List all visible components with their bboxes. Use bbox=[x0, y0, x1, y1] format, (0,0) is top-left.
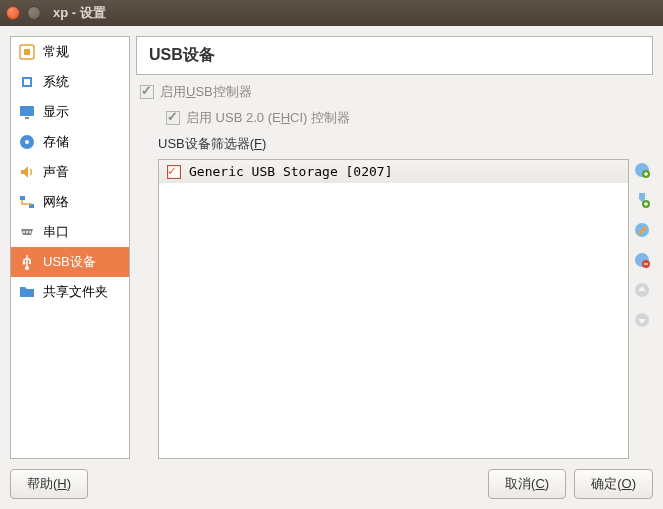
sidebar-item-label: USB设备 bbox=[43, 253, 96, 271]
help-button[interactable]: 帮助(H) bbox=[10, 469, 88, 499]
svg-rect-8 bbox=[20, 196, 25, 200]
sidebar-item-label: 共享文件夹 bbox=[43, 283, 108, 301]
filter-label: USB设备筛选器(F) bbox=[136, 135, 653, 153]
enable-usb20-row: 启用 USB 2.0 (EHCI) 控制器 bbox=[136, 109, 653, 127]
footer: 帮助(H) 取消(C) 确定(O) bbox=[10, 459, 653, 499]
monitor-icon bbox=[19, 104, 35, 120]
sidebar-item-label: 常规 bbox=[43, 43, 69, 61]
sidebar-item-general[interactable]: 常规 bbox=[11, 37, 129, 67]
window-body: 常规 系统 显示 存储 声音 网络 bbox=[0, 26, 663, 509]
filter-item[interactable]: Generic USB Storage [0207] bbox=[159, 160, 628, 183]
remove-filter-icon[interactable] bbox=[633, 251, 651, 269]
svg-rect-15 bbox=[29, 262, 31, 264]
filter-item-label: Generic USB Storage [0207] bbox=[189, 164, 393, 179]
move-down-icon bbox=[633, 311, 651, 329]
network-icon bbox=[19, 194, 35, 210]
sidebar-item-label: 串口 bbox=[43, 223, 69, 241]
sidebar-item-label: 声音 bbox=[43, 163, 69, 181]
sidebar-item-shared[interactable]: 共享文件夹 bbox=[11, 277, 129, 307]
edit-filter-icon[interactable] bbox=[633, 221, 651, 239]
close-icon[interactable] bbox=[6, 6, 20, 20]
filter-actions bbox=[633, 159, 653, 459]
folder-icon bbox=[19, 284, 35, 300]
sidebar: 常规 系统 显示 存储 声音 网络 bbox=[10, 36, 130, 459]
sidebar-item-usb[interactable]: USB设备 bbox=[11, 247, 129, 277]
svg-point-11 bbox=[26, 231, 28, 233]
add-from-device-icon[interactable] bbox=[633, 191, 651, 209]
ok-button[interactable]: 确定(O) bbox=[574, 469, 653, 499]
sidebar-item-storage[interactable]: 存储 bbox=[11, 127, 129, 157]
panel-header: USB设备 bbox=[136, 36, 653, 75]
sidebar-item-system[interactable]: 系统 bbox=[11, 67, 129, 97]
cancel-button[interactable]: 取消(C) bbox=[488, 469, 566, 499]
serial-icon bbox=[19, 224, 35, 240]
svg-rect-5 bbox=[25, 117, 29, 119]
sidebar-item-label: 系统 bbox=[43, 73, 69, 91]
sidebar-item-network[interactable]: 网络 bbox=[11, 187, 129, 217]
svg-point-12 bbox=[29, 231, 31, 233]
sidebar-item-serial[interactable]: 串口 bbox=[11, 217, 129, 247]
sidebar-item-label: 显示 bbox=[43, 103, 69, 121]
speaker-icon bbox=[19, 164, 35, 180]
svg-point-13 bbox=[25, 266, 29, 270]
enable-usb-label: 启用USB控制器 bbox=[160, 83, 252, 101]
enable-usb20-checkbox bbox=[166, 111, 180, 125]
svg-rect-3 bbox=[24, 79, 30, 85]
titlebar: xp - 设置 bbox=[0, 0, 663, 26]
sidebar-item-label: 网络 bbox=[43, 193, 69, 211]
content-panel: USB设备 启用USB控制器 启用 USB 2.0 (EHCI) 控制器 USB… bbox=[136, 36, 653, 459]
add-filter-icon[interactable] bbox=[633, 161, 651, 179]
svg-rect-4 bbox=[20, 106, 34, 116]
sidebar-item-audio[interactable]: 声音 bbox=[11, 157, 129, 187]
sidebar-item-label: 存储 bbox=[43, 133, 69, 151]
panel-title: USB设备 bbox=[149, 45, 640, 66]
chip-icon bbox=[19, 74, 35, 90]
filter-checkbox[interactable] bbox=[167, 165, 181, 179]
enable-usb-checkbox bbox=[140, 85, 154, 99]
minimize-icon[interactable] bbox=[27, 6, 41, 20]
filter-list[interactable]: Generic USB Storage [0207] bbox=[158, 159, 629, 459]
svg-rect-1 bbox=[24, 49, 30, 55]
enable-usb20-label: 启用 USB 2.0 (EHCI) 控制器 bbox=[186, 109, 350, 127]
sidebar-item-display[interactable]: 显示 bbox=[11, 97, 129, 127]
svg-point-7 bbox=[25, 140, 29, 144]
usb-icon bbox=[19, 254, 35, 270]
enable-usb-row: 启用USB控制器 bbox=[136, 83, 653, 101]
gear-icon bbox=[19, 44, 35, 60]
move-up-icon bbox=[633, 281, 651, 299]
window-title: xp - 设置 bbox=[53, 4, 106, 22]
svg-point-10 bbox=[23, 231, 25, 233]
svg-point-14 bbox=[23, 262, 26, 265]
disk-icon bbox=[19, 134, 35, 150]
